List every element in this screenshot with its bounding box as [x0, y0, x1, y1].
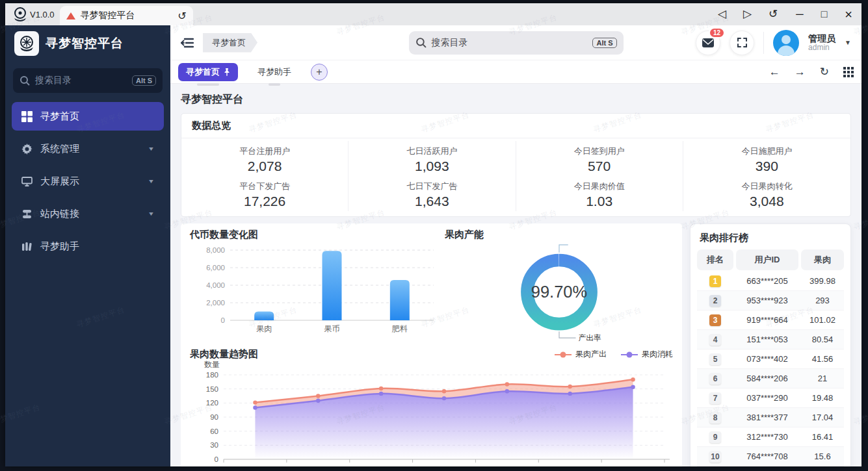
search-shortcut: Alt S: [592, 38, 616, 48]
svg-text:04/17: 04/17: [497, 465, 517, 466]
trend-legend: 果肉产出果肉消耗: [555, 349, 673, 360]
svg-text:产出率: 产出率: [578, 333, 601, 342]
user-id: 381****377: [733, 413, 801, 422]
svg-text:04/19: 04/19: [624, 465, 643, 466]
sidebar-item-label: 寻梦助手: [40, 240, 79, 253]
search-icon: [20, 75, 30, 86]
fullscreen-button[interactable]: [730, 31, 754, 55]
svg-text:90: 90: [210, 413, 218, 421]
nav-forward-button[interactable]: ▷: [743, 3, 752, 25]
rank-badge: 7: [709, 392, 721, 404]
table-row: 5073****40241.56: [697, 350, 844, 369]
app-version: V1.0.0: [30, 10, 55, 19]
sidebar-item-label: 系统管理: [40, 143, 79, 155]
svg-text:04/14: 04/14: [308, 465, 328, 466]
sidebar-item-5[interactable]: 寻梦助手: [12, 232, 164, 261]
search-placeholder: 搜索目录: [432, 37, 588, 49]
ranking-header-row: 排名用户ID果肉: [697, 249, 844, 270]
stat-label: 今日果肉价值: [521, 181, 677, 192]
svg-text:果肉: 果肉: [256, 324, 272, 333]
legend-marker-icon: [621, 352, 638, 357]
table-row: 2953****923293: [697, 291, 844, 311]
svg-text:04/18: 04/18: [560, 465, 580, 466]
tabs-refresh-icon[interactable]: ↻: [820, 65, 829, 79]
user-id: 919****664: [733, 315, 801, 325]
user-id: 073****402: [733, 354, 801, 364]
svg-text:150: 150: [206, 385, 218, 393]
svg-text:120: 120: [206, 399, 218, 407]
sidebar: 寻梦智控平台 搜索目录 Alt S 寻梦首页系统管理▼大屏展示▼站内链接▼寻梦助…: [5, 25, 170, 466]
nav-back-button[interactable]: ◁: [718, 3, 726, 25]
tab-assistant[interactable]: 寻梦助手: [250, 63, 299, 81]
tab-home[interactable]: 寻梦首页: [178, 63, 238, 81]
assistant-icon: [21, 242, 33, 251]
pulp-value: 17.04: [801, 413, 844, 422]
legend-item[interactable]: 果肉消耗: [621, 349, 673, 360]
capacity-donut-chart: 99.70%产出率: [484, 241, 634, 344]
sidebar-item-label: 站内链接: [40, 208, 79, 220]
token-bar-chart: 02,0004,0006,0008,000果肉果币肥料: [190, 241, 440, 342]
window-titlebar: V1.0.0 寻梦智控平台 ↺ ◁ ▷ ↺ ─ □ ×: [5, 3, 861, 25]
browser-tab[interactable]: 寻梦智控平台 ↺: [60, 6, 193, 25]
tabs-back-icon[interactable]: ←: [769, 66, 780, 79]
stat-card: 今日果肉价值1.03: [516, 176, 683, 211]
legend-marker-icon: [555, 352, 572, 357]
ranking-title: 果肉排行榜: [697, 231, 844, 249]
sidebar-search-shortcut: Alt S: [132, 75, 156, 86]
sidebar-item-1[interactable]: 寻梦首页: [12, 102, 164, 131]
sidebar-search-placeholder: 搜索目录: [35, 75, 127, 86]
monitor-icon: [21, 177, 33, 186]
rank-badge: 1: [709, 275, 721, 287]
chevron-down-icon: ▼: [148, 178, 155, 185]
legend-label: 果肉消耗: [642, 349, 673, 360]
app-logo-icon: [12, 6, 29, 23]
user-id: 151****053: [733, 335, 801, 344]
table-row: 10764****70815.6: [697, 447, 844, 466]
avatar[interactable]: [773, 30, 799, 56]
svg-text:04/16: 04/16: [434, 465, 454, 466]
user-id: 953****923: [733, 296, 801, 305]
stat-card: 平台下发广告17,226: [181, 176, 349, 211]
tab-title: 寻梦智控平台: [81, 10, 135, 21]
user-id: 312****730: [733, 432, 801, 442]
search-input[interactable]: 搜索目录 Alt S: [409, 31, 624, 55]
breadcrumb[interactable]: 寻梦首页: [203, 33, 257, 53]
sidebar-search-input[interactable]: 搜索目录 Alt S: [13, 68, 163, 93]
user-menu-caret-icon[interactable]: ▼: [845, 39, 851, 46]
tabs-grid-icon[interactable]: [843, 67, 854, 77]
window-maximize-button[interactable]: □: [821, 3, 828, 25]
add-tab-button[interactable]: +: [311, 64, 328, 81]
brand-logo-icon: [14, 31, 39, 56]
chevron-down-icon: ▼: [148, 146, 155, 152]
tab-favicon-icon: [66, 12, 75, 19]
chevron-down-icon: ▼: [148, 210, 155, 217]
ranking-panel: 果肉排行榜 排名用户ID果肉 1663****205399.982953****…: [690, 223, 851, 466]
user-meta: 管理员 admin: [808, 33, 835, 53]
svg-text:04/15: 04/15: [371, 465, 391, 466]
pulp-value: 293: [801, 296, 844, 305]
pulp-value: 41.56: [801, 354, 844, 364]
window-close-button[interactable]: ×: [845, 3, 852, 25]
sidebar-brand: 寻梦智控平台: [5, 25, 170, 62]
nav-reload-button[interactable]: ↺: [769, 3, 778, 25]
user-name: 管理员: [808, 33, 835, 44]
search-icon: [415, 37, 427, 48]
tabs-forward-icon[interactable]: →: [795, 66, 806, 79]
donut-chart-title: 果肉产能: [445, 229, 673, 241]
svg-text:2,000: 2,000: [206, 299, 225, 307]
legend-label: 果肉产出: [575, 349, 607, 360]
window-minimize-button[interactable]: ─: [796, 3, 803, 25]
sidebar-item-2[interactable]: 系统管理▼: [12, 134, 164, 163]
legend-item[interactable]: 果肉产出: [555, 349, 607, 360]
overview-title: 数据总览: [181, 114, 850, 138]
sidebar-collapse-icon[interactable]: [181, 37, 194, 49]
overview-stats-grid: 平台注册用户2,078七日活跃用户1,093今日签到用户570今日施肥用户390…: [181, 138, 850, 216]
trend-line-chart: 0306090120150180数量04/1304/1404/1504/1604…: [190, 361, 672, 466]
sidebar-item-3[interactable]: 大屏展示▼: [12, 167, 164, 196]
rank-badge: 5: [709, 353, 721, 365]
mail-button[interactable]: 12: [696, 31, 720, 55]
sidebar-item-4[interactable]: 站内链接▼: [12, 199, 164, 228]
tab-reload-icon[interactable]: ↺: [178, 10, 186, 22]
titlebar-nav: ◁ ▷ ↺: [718, 3, 778, 25]
rank-badge: 9: [709, 431, 721, 443]
